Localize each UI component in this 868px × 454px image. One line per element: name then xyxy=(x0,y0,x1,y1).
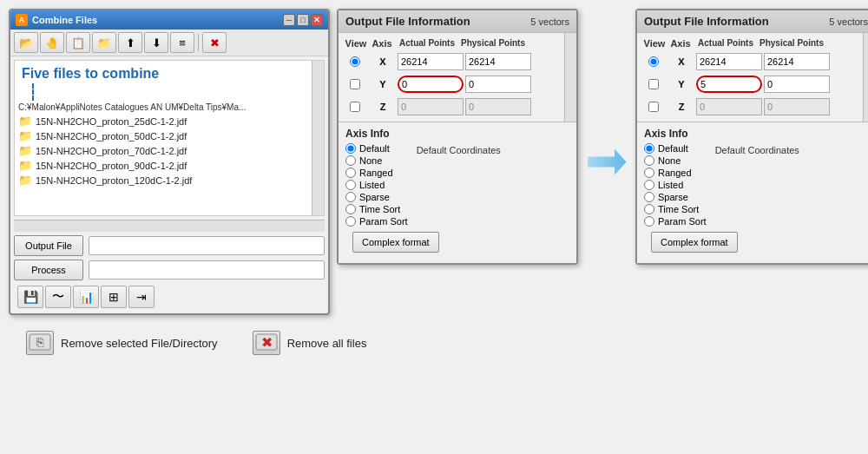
table-scrollbar-left[interactable] xyxy=(564,33,576,122)
radio-listed-right[interactable]: Listed xyxy=(644,180,707,190)
actual-z-left xyxy=(398,98,464,115)
right-arrow-icon xyxy=(588,149,627,175)
checkbox-z-left[interactable] xyxy=(350,102,360,112)
layers-button[interactable]: 📋 xyxy=(66,32,90,53)
default-coords-left: Default Coordinates xyxy=(417,145,501,227)
physical-x-left[interactable] xyxy=(465,53,531,70)
remove-all-text: Remove all files xyxy=(287,337,367,350)
checkbox-cell-z-left[interactable] xyxy=(342,102,368,112)
list-button[interactable]: ≡ xyxy=(170,32,194,53)
radio-cell-x-right[interactable] xyxy=(641,56,667,67)
radio-none-right[interactable]: None xyxy=(644,155,707,166)
axis-info-right: Axis Info Default None Ranged xyxy=(637,122,868,263)
table-row-x-right: X xyxy=(641,50,859,73)
list-item[interactable]: 📁 15N-NH2CHO_proton_70dC-1-2.jdf xyxy=(15,143,324,158)
radio-x-left[interactable] xyxy=(350,56,360,67)
complex-format-button-left[interactable]: Complex format xyxy=(352,232,439,253)
radio-timesort-left[interactable]: Time Sort xyxy=(345,204,408,214)
axis-radio-list-left: Default None Ranged Listed Sparse xyxy=(345,143,408,227)
hand-tool-button[interactable]: 🤚 xyxy=(40,32,64,53)
minimize-button[interactable]: ─ xyxy=(283,14,295,26)
table-scrollbar-right[interactable] xyxy=(863,33,868,122)
radio-sparse-right[interactable]: Sparse xyxy=(644,192,707,202)
legend-item-remove-selected: ⎘ Remove selected File/Directory xyxy=(26,331,218,355)
checkbox-cell-y-left[interactable] xyxy=(342,79,368,89)
move-up-button[interactable]: ⬆ xyxy=(118,32,142,53)
five-files-heading: Five files to combine xyxy=(15,61,324,83)
actual-x-left[interactable] xyxy=(398,53,464,70)
filename-1: 15N-NH2CHO_proton_25dC-1-2.jdf xyxy=(36,116,187,127)
checkbox-cell-z-right[interactable] xyxy=(641,102,667,112)
actual-x-right[interactable] xyxy=(696,53,762,70)
physical-y-left[interactable] xyxy=(465,76,531,93)
toolbar-separator xyxy=(198,34,199,51)
horizontal-scrollbar[interactable] xyxy=(14,220,325,232)
export-icon-button[interactable]: ⇥ xyxy=(128,286,155,308)
physical-y-right[interactable] xyxy=(764,76,830,93)
bottom-buttons-area: Output File Process 💾 〜 📊 ⊞ ⇥ xyxy=(10,232,328,313)
axis-x-right: X xyxy=(668,56,694,67)
svg-text:⎘: ⎘ xyxy=(36,335,44,349)
col-physical-label-right: Physical Points xyxy=(759,38,825,49)
process-row: Process xyxy=(14,260,325,280)
remove-all-icon: ✖ xyxy=(253,331,280,355)
list-item[interactable]: 📁 15N-NH2CHO_proton_25dC-1-2.jdf xyxy=(15,114,324,128)
complex-format-button-right[interactable]: Complex format xyxy=(651,232,738,253)
physical-x-right[interactable] xyxy=(764,53,830,70)
col-actual-label-left: Actual Points xyxy=(394,38,460,49)
process-input[interactable] xyxy=(89,260,325,280)
dotted-separator xyxy=(32,83,324,101)
checkbox-z-right[interactable] xyxy=(648,102,659,112)
actual-y-right[interactable] xyxy=(696,76,762,93)
list-item[interactable]: 📁 15N-NH2CHO_proton_50dC-1-2.jdf xyxy=(15,128,324,143)
list-item[interactable]: 📁 15N-NH2CHO_proton_90dC-1-2.jdf xyxy=(15,158,324,173)
delete-red-button[interactable]: ✖ xyxy=(202,32,227,53)
combine-files-window: A Combine Files ─ □ ✕ 📂 🤚 📋 📁 ⬆ ⬇ ≡ ✖ xyxy=(9,9,330,315)
radio-sparse-left[interactable]: Sparse xyxy=(345,192,408,202)
open-folder-button[interactable]: 📂 xyxy=(14,32,38,53)
radio-listed-left[interactable]: Listed xyxy=(345,180,408,190)
window-controls: ─ □ ✕ xyxy=(283,14,323,26)
waveform-icon-button[interactable]: 〜 xyxy=(45,286,71,308)
radio-paramsort-left[interactable]: Param Sort xyxy=(345,216,408,227)
list-item[interactable]: 📁 15N-NH2CHO_proton_120dC-1-2.jdf xyxy=(15,173,324,188)
radio-ranged-right[interactable]: Ranged xyxy=(644,168,707,178)
folder-button2[interactable]: 📁 xyxy=(92,32,116,53)
axis-x-left: X xyxy=(370,56,396,67)
actual-y-left[interactable] xyxy=(398,76,464,93)
radio-cell-x-left[interactable] xyxy=(342,56,368,67)
axis-z-left: Z xyxy=(370,102,396,112)
output-file-input[interactable] xyxy=(89,236,325,255)
radio-x-right[interactable] xyxy=(648,56,659,67)
toolbar: 📂 🤚 📋 📁 ⬆ ⬇ ≡ ✖ xyxy=(10,30,328,56)
move-down-button[interactable]: ⬇ xyxy=(144,32,168,53)
radio-ranged-left[interactable]: Ranged xyxy=(345,168,408,178)
arrow-container xyxy=(585,149,628,175)
filename-4: 15N-NH2CHO_proton_90dC-1-2.jdf xyxy=(36,161,187,171)
vertical-scrollbar[interactable] xyxy=(312,61,324,215)
save-icon-button[interactable]: 💾 xyxy=(17,286,43,308)
radio-paramsort-right[interactable]: Param Sort xyxy=(644,216,707,227)
radio-none-left[interactable]: None xyxy=(345,155,408,166)
maximize-button[interactable]: □ xyxy=(297,14,309,26)
radio-default-left[interactable]: Default xyxy=(345,143,408,154)
radio-default-right[interactable]: Default xyxy=(644,143,707,154)
chart-icon-button[interactable]: 📊 xyxy=(73,286,99,308)
checkbox-y-left[interactable] xyxy=(350,79,360,89)
checkbox-cell-y-right[interactable] xyxy=(641,79,667,89)
output-file-button[interactable]: Output File xyxy=(14,235,83,256)
col-view-label-right: View xyxy=(641,38,668,49)
radio-timesort-right[interactable]: Time Sort xyxy=(644,204,707,214)
table-area-left: View Axis Actual Points Physical Points … xyxy=(339,33,576,122)
physical-z-right xyxy=(764,98,830,115)
table-icon-button[interactable]: ⊞ xyxy=(101,286,127,308)
checkbox-y-right[interactable] xyxy=(648,79,659,89)
close-button[interactable]: ✕ xyxy=(311,14,323,26)
folder-icon: 📁 xyxy=(18,129,32,142)
output-file-row: Output File xyxy=(14,235,325,256)
axis-y-left: Y xyxy=(370,79,396,89)
process-button[interactable]: Process xyxy=(14,260,83,280)
axis-info-left: Axis Info Default None Ranged xyxy=(339,122,576,263)
table-area-right: View Axis Actual Points Physical Points … xyxy=(637,33,868,122)
window-title: Combine Files xyxy=(32,15,97,25)
